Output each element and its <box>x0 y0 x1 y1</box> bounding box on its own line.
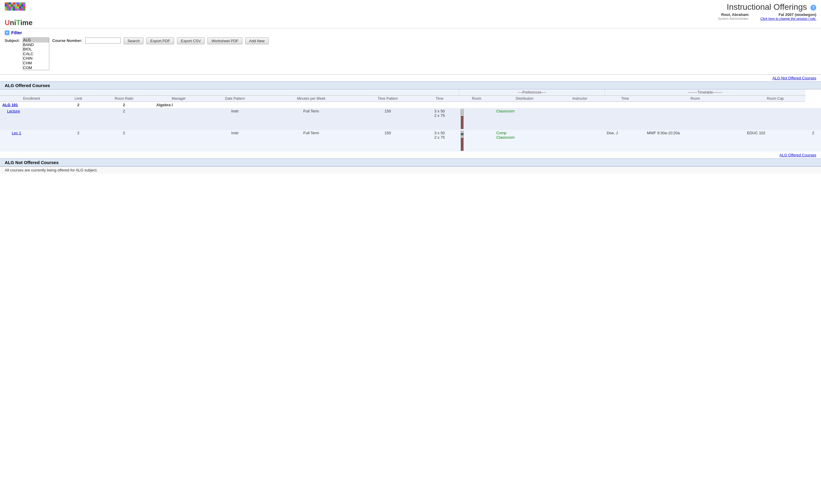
class-code[interactable]: Lec 1 <box>0 130 63 152</box>
course-code[interactable]: ALG 101 <box>0 102 63 108</box>
timetable-label: --------Timetable-------- <box>605 89 805 96</box>
class-date-pattern: Full Term <box>267 130 355 152</box>
page-header: UniTime Instructional Offerings ? Root, … <box>0 0 821 28</box>
offered-courses-header: ALG Offered Courses <box>0 81 821 89</box>
subject-label: Subject: <box>5 37 20 43</box>
add-new-button[interactable]: Add New <box>245 37 269 44</box>
course-number-label: Course Number: <box>52 37 82 43</box>
subpart-minutes: 150 <box>355 108 421 130</box>
table-row-course: ALG 101 2 2 Algebra I <box>0 102 821 108</box>
table-row-class: Lec 1 2 2 Instr Full Term 150 3 x 50 2 x… <box>0 130 821 152</box>
col-header-time-pattern: Time Pattern <box>355 96 421 102</box>
col-header-date-pattern: Date Pattern <box>203 96 267 102</box>
course-enrollment: 2 <box>63 102 94 108</box>
logo-area: UniTime <box>5 2 32 27</box>
class-room-pref: Comp Classroom <box>495 130 555 152</box>
subpart-limit: 2 <box>94 108 155 130</box>
subject-option-com[interactable]: COM <box>23 66 49 70</box>
worksheet-pdf-button[interactable]: Worksheet PDF <box>207 37 242 44</box>
filter-section: + Filter Subject: ALG BAND BIOL CALC CHI… <box>0 28 821 75</box>
subject-option-alg[interactable]: ALG <box>23 38 49 42</box>
unitime-wordmark: UniTime <box>5 19 32 27</box>
courses-table: ----Preferences---- --------Timetable---… <box>0 89 821 152</box>
subpart-timetable-time <box>645 108 745 130</box>
filter-expand-icon[interactable]: + <box>5 30 9 35</box>
table-row-subpart: Lecture 2 Instr Full Term 150 3 x 50 2 x… <box>0 108 821 130</box>
class-distribution <box>555 130 605 152</box>
time-pattern-visual-subpart <box>461 109 493 129</box>
col-header-room-cap: Room Cap <box>745 96 805 102</box>
export-csv-button[interactable]: Export CSV <box>177 37 205 44</box>
col-header-manager: Manager <box>155 96 203 102</box>
class-instructor: Doe, J <box>605 130 645 152</box>
session-info-block: Fal 2007 (woebegon) Click here to change… <box>760 12 816 20</box>
subject-select[interactable]: ALG BAND BIOL CALC CHIN CHM COM <box>23 37 49 70</box>
page-title: Instructional Offerings ? <box>718 2 816 12</box>
subpart-room-ratio <box>155 108 203 130</box>
class-limit: 2 <box>94 130 155 152</box>
time-pattern-visual-class <box>461 131 493 151</box>
class-minutes: 150 <box>355 130 421 152</box>
subpart-timetable-room <box>745 108 805 130</box>
subpart-date-pattern: Full Term <box>267 108 355 130</box>
header-user-info: Instructional Offerings ? Root, Abraham … <box>718 2 816 20</box>
class-timetable-time: MWF 9:30a-10:20a <box>645 130 745 152</box>
subpart-distribution <box>555 108 605 130</box>
subject-option-biol[interactable]: BIOL <box>23 47 49 52</box>
col-header-instructor: Instructor <box>555 96 605 102</box>
col-header-time-pref: Time <box>420 96 459 102</box>
export-pdf-button[interactable]: Export PDF <box>146 37 174 44</box>
search-button[interactable]: Search <box>124 37 143 44</box>
course-name: Algebra I <box>155 102 805 108</box>
class-time-pref <box>459 130 495 152</box>
subpart-enrollment <box>63 108 94 130</box>
table-col-headers: Enrollment Limit Room Ratio Manager Date… <box>0 96 821 102</box>
not-offered-note: All courses are currently being offered … <box>0 166 821 174</box>
course-limit: 2 <box>94 102 155 108</box>
class-timetable-room: EDUC 102 <box>745 130 805 152</box>
subpart-room-cap <box>805 108 821 130</box>
subpart-manager: Instr <box>203 108 267 130</box>
col-header-minutes: Minutes per Week <box>267 96 355 102</box>
user-info-block: Root, Abraham System Administrator <box>718 12 748 20</box>
subpart-instructor <box>605 108 645 130</box>
subpart-type: Lecture <box>0 108 63 130</box>
table-span-header-row: ----Preferences---- --------Timetable---… <box>0 89 821 96</box>
subject-option-chm[interactable]: CHM <box>23 61 49 66</box>
col-header-timetable-time: Time <box>605 96 645 102</box>
col-header-room-pref: Room <box>459 96 495 102</box>
subject-option-band[interactable]: BAND <box>23 42 49 47</box>
courses-table-wrapper: ----Preferences---- --------Timetable---… <box>0 89 821 152</box>
subpart-time-pref <box>459 108 495 130</box>
col-header-enrollment: Enrollment <box>0 96 63 102</box>
session-name: Fal 2007 (woebegon) <box>760 12 816 17</box>
not-offered-courses-header: ALG Not Offered Courses <box>0 158 821 166</box>
filter-label: Filter <box>11 30 22 35</box>
user-role: System Administrator <box>718 17 748 20</box>
filter-row: Subject: ALG BAND BIOL CALC CHIN CHM COM… <box>5 35 816 73</box>
subpart-room-pref: Classroom <box>495 108 555 130</box>
user-name: Root, Abraham <box>718 12 748 17</box>
prefs-label: ----Preferences---- <box>459 89 605 96</box>
col-header-room-ratio: Room Ratio <box>94 96 155 102</box>
class-time-pattern: 3 x 50 2 x 75 <box>420 130 459 152</box>
class-manager: Instr <box>203 130 267 152</box>
class-room-cap: 2 <box>805 130 821 152</box>
subject-option-chin[interactable]: CHIN <box>23 56 49 61</box>
col-header-distribution: Distribution <box>495 96 555 102</box>
session-change-link[interactable]: Click here to change the session / role. <box>760 17 816 20</box>
class-room-ratio <box>155 130 203 152</box>
filter-toggle[interactable]: + Filter <box>5 30 816 35</box>
col-header-timetable-room: Room <box>645 96 745 102</box>
user-session-bar: Root, Abraham System Administrator Fal 2… <box>718 12 816 20</box>
not-offered-top-link[interactable]: ALG Not Offered Courses <box>0 75 821 81</box>
course-number-input[interactable] <box>85 37 121 44</box>
subject-option-calc[interactable]: CALC <box>23 52 49 56</box>
col-header-limit: Limit <box>63 96 94 102</box>
subpart-time-pattern: 3 x 50 2 x 75 <box>420 108 459 130</box>
offered-courses-bottom-link[interactable]: ALG Offered Courses <box>0 152 821 158</box>
prefs-span-header <box>0 89 459 96</box>
help-icon[interactable]: ? <box>810 5 816 11</box>
class-enrollment: 2 <box>63 130 94 152</box>
